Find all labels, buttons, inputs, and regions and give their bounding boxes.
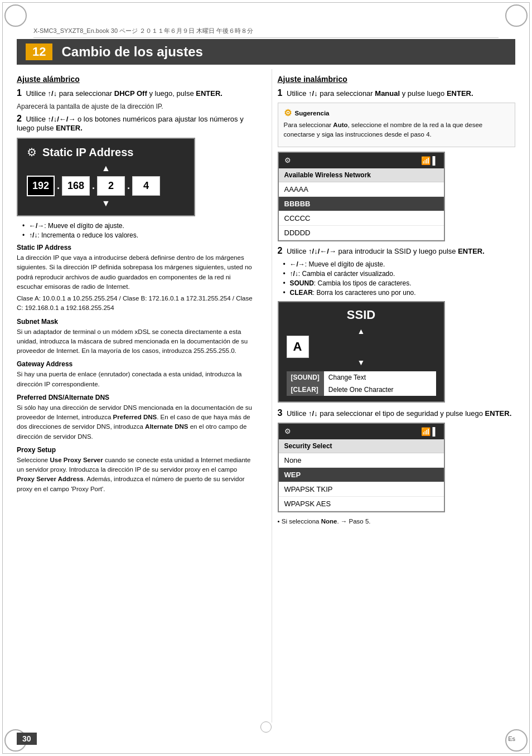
page-number: 30: [17, 733, 37, 745]
ip-dot-2: .: [91, 180, 96, 192]
ip-field-2[interactable]: 168: [62, 176, 90, 196]
wifi-item-ccccc[interactable]: CCCCC: [279, 211, 444, 226]
ip-dot-1: .: [56, 180, 61, 192]
security-signal-icons: 📶 ▌: [421, 427, 438, 436]
gateway-heading: Gateway Address: [17, 360, 255, 368]
chapter-title: Cambio de los ajustes: [61, 44, 202, 60]
right-column: Ajuste inalámbrico 1 Utilice ↑/↓ para se…: [272, 69, 516, 723]
wifi-header-left: ⚙: [284, 156, 291, 164]
subnet-heading: Subnet Mask: [17, 318, 255, 326]
ssid-down-arrow: [287, 358, 436, 367]
right-step1-text: Utilice ↑/↓ para seleccionar Manual y pu…: [287, 89, 473, 98]
left-step-1: 1 Utilice ↑/↓ para seleccionar DHCP Off …: [17, 88, 255, 98]
security-select-box: ⚙ 📶 ▌ Security Select None WEP WPAPSK TK…: [278, 423, 445, 512]
step1-number: 1: [17, 88, 22, 98]
security-gear-icon: ⚙: [284, 427, 291, 435]
ssid-sound-row: [SOUND] Change Text: [287, 371, 436, 384]
right-bullet-3: SOUND: Cambia los tipos de caracteres.: [283, 279, 516, 287]
ip-field-3[interactable]: 2: [97, 176, 125, 196]
right-step3-number: 3: [278, 408, 283, 418]
security-bar-icon: ▌: [433, 427, 438, 436]
ssid-action-table: [SOUND] Change Text [CLEAR] Delete One C…: [287, 371, 436, 396]
wifi-item-bbbbb[interactable]: BBBBB: [279, 197, 444, 211]
corner-decoration-tl: [4, 4, 27, 27]
dns-text: Si sólo hay una dirección de servidor DN…: [17, 403, 255, 442]
security-item-wpapsk-tkip[interactable]: WPAPSK TKIP: [279, 482, 444, 497]
wifi-gear-icon: ⚙: [284, 156, 291, 164]
wifi-network-box: ⚙ 📶 ▌ Available Wireless Network AAAAA B…: [278, 152, 445, 241]
wifi-bar-icon: ▌: [433, 156, 438, 165]
ssid-box: SSID A [SOUND] Change Text [CLEAR] Delet…: [278, 301, 445, 403]
right-step2-text: Utilice ↑/↓/←/→ para introducir la SSID …: [287, 247, 485, 255]
metadata-bar: X-SMC3_SYXZT8_En.book 30 ページ ２０１１年６月９日 木…: [33, 27, 499, 38]
bullet-1: ←/→: Mueve el dígito de ajuste.: [22, 222, 255, 230]
sugerencia-box: ⚙ Sugerencia Para seleccionar Auto, sele…: [278, 103, 516, 147]
gear-icon: ⚙: [27, 146, 37, 159]
chapter-header: 12 Cambio de los ajustes: [17, 39, 515, 65]
bullet-2: ↑/↓: Incrementa o reduce los valores.: [22, 231, 255, 239]
right-step-1: 1 Utilice ↑/↓ para seleccionar Manual y …: [278, 88, 516, 98]
page-lang: Es: [508, 735, 515, 742]
ip-box-header: ⚙ Static IP Address: [27, 146, 185, 159]
ssid-clear-row: [CLEAR] Delete One Character: [287, 384, 436, 396]
ip-down-arrow: [27, 198, 185, 209]
static-ip-ranges: Clase A: 10.0.0.1 a 10.255.255.254 / Cla…: [17, 294, 255, 313]
right-section-title: Ajuste inalámbrico: [278, 75, 516, 84]
security-box-header: ⚙ 📶 ▌: [279, 424, 444, 439]
sugerencia-header: ⚙ Sugerencia: [284, 108, 510, 118]
security-antenna-icon: 📶: [421, 427, 431, 436]
page-bottom: 30 Es: [17, 733, 515, 745]
wifi-antenna-icon: 📶: [421, 156, 431, 165]
right-step-2: 2 Utilice ↑/↓/←/→ para introducir la SSI…: [278, 246, 516, 256]
wifi-box-header: ⚙ 📶 ▌: [279, 153, 444, 168]
ssid-sound-key: [SOUND]: [287, 371, 324, 384]
ssid-clear-text: Delete One Character: [324, 384, 436, 396]
ip-box-title: Static IP Address: [42, 146, 133, 159]
right-bullet-2: ↑/↓: Cambia el carácter visualizado.: [283, 270, 516, 278]
ssid-sound-text: Change Text: [324, 371, 436, 384]
security-item-wep[interactable]: WEP: [279, 468, 444, 482]
corner-decoration-tr: [505, 4, 528, 27]
ip-field-4[interactable]: 4: [132, 176, 160, 196]
ip-fields-row: 192 . 168 . 2 . 4: [27, 176, 185, 196]
ssid-char-field[interactable]: A: [287, 336, 309, 358]
static-ip-heading: Static IP Address: [17, 244, 255, 251]
gateway-text: Si hay una puerta de enlace (enrutador) …: [17, 370, 255, 389]
ip-up-arrow: [27, 163, 185, 173]
wifi-item-ddddd[interactable]: DDDDD: [279, 226, 444, 240]
right-step1-number: 1: [278, 88, 283, 98]
step1-text: Utilice ↑/↓ para seleccionar DHCP Off y …: [26, 89, 223, 98]
proxy-heading: Proxy Setup: [17, 446, 255, 454]
ssid-up-arrow: [287, 327, 436, 336]
security-title: Security Select: [279, 439, 444, 453]
ssid-title: SSID: [287, 308, 436, 322]
right-bullet-1: ←/→: Mueve el dígito de ajuste.: [283, 260, 516, 268]
ip-field-1[interactable]: 192: [27, 176, 55, 196]
security-item-wpapsk-aes[interactable]: WPAPSK AES: [279, 497, 444, 511]
security-item-none[interactable]: None: [279, 453, 444, 468]
right-bullet-4: CLEAR: Borra los caracteres uno por uno.: [283, 289, 516, 297]
right-step2-number: 2: [278, 246, 283, 255]
wifi-signal-icons: 📶 ▌: [421, 156, 438, 165]
metadata-text: X-SMC3_SYXZT8_En.book 30 ページ ２０１１年６月９日 木…: [33, 27, 253, 35]
note-icon: ⚙: [284, 108, 292, 118]
step2-bullets: ←/→: Mueve el dígito de ajuste. ↑/↓: Inc…: [22, 222, 255, 239]
chapter-number: 12: [26, 43, 52, 60]
step2-right-bullets: ←/→: Mueve el dígito de ajuste. ↑/↓: Cam…: [283, 260, 516, 297]
right-step3-text: Utilice ↑/↓ para seleccionar el tipo de …: [287, 409, 511, 418]
static-ip-text: La dirección IP que vaya a introducirse …: [17, 253, 255, 292]
left-step-2: 2 Utilice ↑/↓/←/→ o los botones numérico…: [17, 114, 255, 132]
proxy-text: Seleccione Use Proxy Server cuando se co…: [17, 455, 255, 494]
left-column: Ajuste alámbrico 1 Utilice ↑/↓ para sele…: [17, 69, 260, 723]
wifi-network-title: Available Wireless Network: [279, 168, 444, 182]
right-step-3: 3 Utilice ↑/↓ para seleccionar el tipo d…: [278, 408, 516, 418]
wifi-item-aaaaa[interactable]: AAAAA: [279, 182, 444, 197]
step1-sub: Aparecerá la pantalla de ajuste de la di…: [17, 103, 255, 110]
main-content: Ajuste alámbrico 1 Utilice ↑/↓ para sele…: [17, 69, 515, 723]
sugerencia-text: Para seleccionar Auto, seleccione el nom…: [284, 120, 510, 140]
sugerencia-heading: Sugerencia: [295, 110, 330, 117]
dns-heading: Preferred DNS/Alternate DNS: [17, 394, 255, 401]
ssid-char-row: A: [287, 336, 436, 358]
ssid-clear-key: [CLEAR]: [287, 384, 324, 396]
step2-number: 2: [17, 114, 22, 123]
